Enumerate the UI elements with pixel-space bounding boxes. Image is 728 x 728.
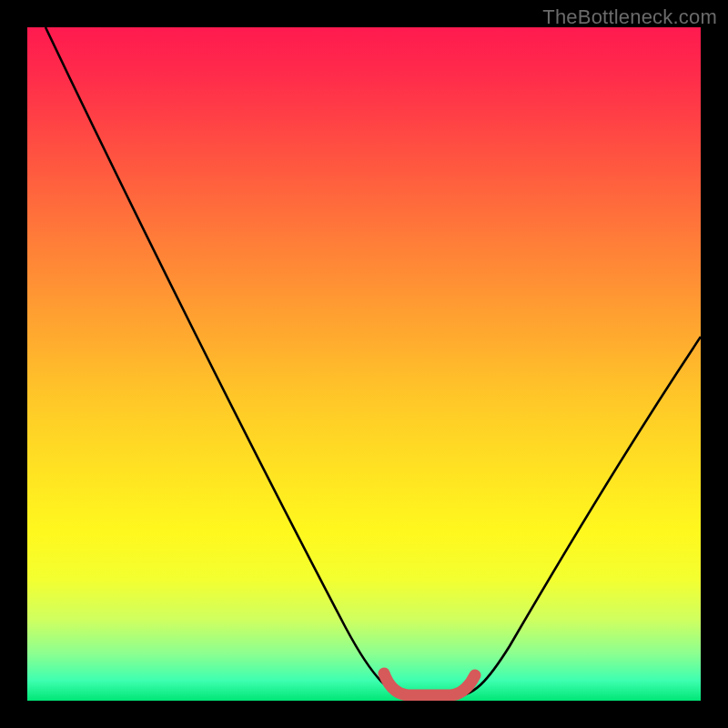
watermark-text: TheBottleneck.com	[542, 5, 717, 29]
chart-frame: TheBottleneck.com	[0, 0, 728, 728]
optimal-zone-path	[384, 673, 475, 695]
plot-area	[27, 27, 701, 701]
optimal-zone-marker	[27, 27, 701, 701]
